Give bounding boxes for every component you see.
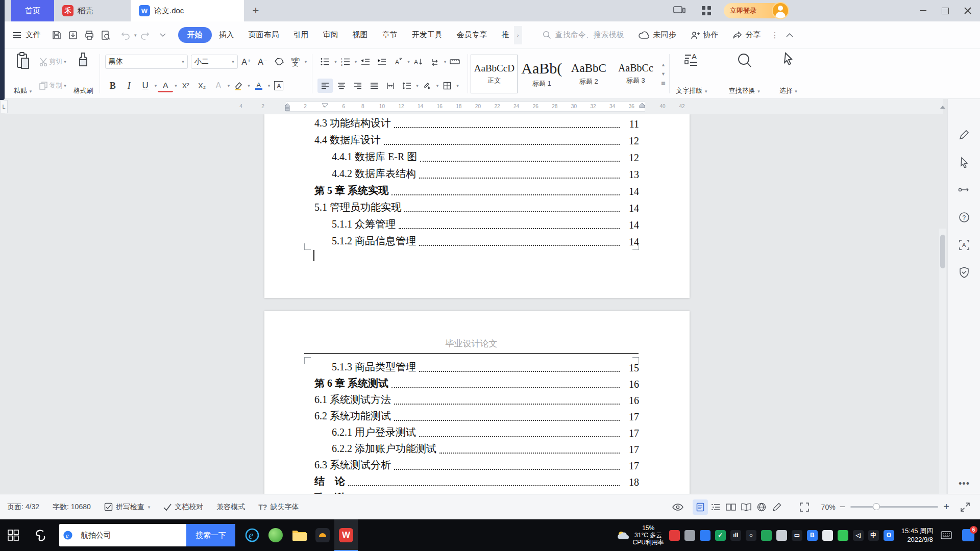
proofread-button[interactable]: 文档校对 xyxy=(163,503,203,512)
phonetic-guide-icon[interactable]: wén文 xyxy=(288,55,303,69)
maximize-button[interactable] xyxy=(934,0,957,21)
tray-icon-15[interactable]: O xyxy=(884,530,894,541)
menu-tab-home[interactable]: 开始 xyxy=(178,27,212,43)
collaborate-button[interactable]: 协作 xyxy=(691,30,719,40)
style-heading1[interactable]: AaBb( 标题 1 xyxy=(519,55,565,93)
font-color-accent-button[interactable]: A xyxy=(158,80,173,92)
toc-row[interactable]: 6.3 系统测试分析17 xyxy=(304,458,639,474)
toc-row[interactable]: 6.1 系统测试方法16 xyxy=(304,393,639,409)
zoom-level[interactable]: 70% xyxy=(821,503,836,511)
word-count[interactable]: 字数: 10680 xyxy=(53,503,91,512)
toc-row[interactable]: 5.1.2 商品信息管理14 xyxy=(304,234,639,251)
decrease-font-icon[interactable]: A⁻ xyxy=(255,55,271,69)
select-tool-icon[interactable] xyxy=(955,153,973,171)
missing-font[interactable]: T? 缺失字体 xyxy=(258,503,299,512)
right-indent-marker[interactable] xyxy=(639,102,646,113)
start-button[interactable] xyxy=(0,519,27,551)
side-panel-strip[interactable] xyxy=(0,0,5,100)
text-layout-button[interactable]: A 文字排版 ▾ xyxy=(672,49,711,98)
more-menu-icon[interactable]: ⋮ xyxy=(771,31,779,40)
outline-view-icon[interactable] xyxy=(708,499,723,515)
taskbar-clock[interactable]: 15:45 周四 2022/9/8 xyxy=(901,527,933,544)
first-line-indent-marker[interactable] xyxy=(322,101,329,110)
collapse-ribbon-icon[interactable] xyxy=(786,33,793,37)
clear-format-icon[interactable] xyxy=(272,55,287,69)
tab-docer[interactable]: 禾 稻壳 xyxy=(54,0,131,21)
toc-row[interactable]: 第 6 章 系统测试16 xyxy=(304,377,639,393)
print-icon[interactable] xyxy=(83,29,96,42)
tray-icon-7[interactable] xyxy=(761,530,772,541)
new-tab-button[interactable]: + xyxy=(248,4,263,18)
undo-caret[interactable]: ▾ xyxy=(134,33,137,38)
help-icon[interactable]: ? xyxy=(955,208,973,227)
web-view-icon[interactable] xyxy=(754,499,769,515)
eye-protect-icon[interactable] xyxy=(670,499,685,515)
style-normal[interactable]: AaBbCcD 正文 xyxy=(471,55,518,93)
menu-tab-review[interactable]: 审阅 xyxy=(316,27,346,43)
save-icon[interactable] xyxy=(50,29,63,42)
notification-center-icon[interactable]: 6 xyxy=(957,519,980,551)
more-commands-icon[interactable] xyxy=(156,29,169,42)
taskbar-search-box[interactable]: e 航拍公司 搜索一下 xyxy=(59,524,235,546)
tray-icon-6[interactable]: ○ xyxy=(746,530,756,541)
toc-row[interactable]: 6.2 系统功能测试17 xyxy=(304,409,639,425)
zoom-in-button[interactable]: + xyxy=(943,501,949,513)
left-margin-marker[interactable] xyxy=(284,102,292,114)
zoom-slider[interactable] xyxy=(850,506,938,508)
tray-icon-5[interactable]: ıll xyxy=(730,530,741,541)
game-app-icon[interactable] xyxy=(311,519,334,551)
flow-tool-icon[interactable] xyxy=(955,181,973,199)
font-name-select[interactable]: 黑体▾ xyxy=(105,55,188,69)
print-preview-icon[interactable] xyxy=(99,29,112,42)
font-size-select[interactable]: 小二▾ xyxy=(191,55,238,69)
increase-font-icon[interactable]: A⁺ xyxy=(239,55,254,69)
tray-icon-13[interactable]: ◁ xyxy=(853,530,864,541)
horizontal-ruler[interactable]: 42246810121416182022242628303234364042 xyxy=(5,99,943,114)
spell-check-toggle[interactable]: 拼写检查▾ xyxy=(104,503,151,512)
wps-app-icon[interactable]: W xyxy=(334,519,358,551)
style-heading2[interactable]: AaBbC 标题 2 xyxy=(566,55,611,93)
line-spacing-button[interactable] xyxy=(399,79,414,93)
shading-button[interactable] xyxy=(420,79,435,93)
rail-more-icon[interactable]: ••• xyxy=(955,474,973,493)
bullet-list-icon[interactable] xyxy=(317,55,333,69)
tab-ruler-icon[interactable] xyxy=(447,55,462,69)
styles-scroll-up-icon[interactable]: ▲ xyxy=(661,62,666,67)
menu-tab-view[interactable]: 视图 xyxy=(346,27,375,43)
superscript-button[interactable]: X² xyxy=(178,79,193,93)
format-painter-button[interactable]: 格式刷 xyxy=(69,49,97,98)
assistant-app-icon[interactable] xyxy=(27,519,53,551)
toc-row[interactable]: 4.4 数据库设计12 xyxy=(304,133,639,149)
avatar[interactable] xyxy=(772,2,789,19)
tray-icon-3[interactable] xyxy=(700,530,710,541)
toc-row[interactable]: 4.4.1 数据库 E-R 图12 xyxy=(304,149,639,166)
menu-tab-page-layout[interactable]: 页面布局 xyxy=(241,27,286,43)
char-scale-icon[interactable]: A xyxy=(390,55,406,69)
underline-button[interactable]: U xyxy=(138,79,153,93)
styles-expand-icon[interactable]: ▦ xyxy=(661,81,666,86)
command-search[interactable]: 查找命令、搜索模板 xyxy=(543,30,624,40)
toc-row[interactable]: 结 论18 xyxy=(304,474,639,491)
tray-icon-8[interactable] xyxy=(776,530,787,541)
toc-row[interactable]: 5.1 管理员功能实现14 xyxy=(304,200,639,217)
document-page-1[interactable]: 4.3 功能结构设计114.4 数据库设计124.4.1 数据库 E-R 图12… xyxy=(264,114,690,298)
tray-icon-4[interactable]: ✓ xyxy=(715,530,726,541)
bold-button[interactable]: B xyxy=(105,79,120,93)
fullscreen-icon[interactable] xyxy=(958,499,973,515)
undo-icon[interactable] xyxy=(119,29,132,42)
font-color-button[interactable]: A xyxy=(251,79,266,93)
toc-row[interactable]: 6.2.2 添加账户功能测试17 xyxy=(304,442,639,458)
sort-icon[interactable]: A xyxy=(411,55,426,69)
document-canvas[interactable]: 4.3 功能结构设计114.4 数据库设计124.4.1 数据库 E-R 图12… xyxy=(0,114,947,494)
character-border-button[interactable]: A xyxy=(271,79,286,93)
workspace-icon[interactable] xyxy=(673,5,686,19)
tray-icon-12[interactable] xyxy=(838,530,848,541)
compat-mode[interactable]: 兼容模式 xyxy=(216,503,245,512)
paste-button[interactable]: 粘贴 ▾ xyxy=(10,49,36,98)
tray-icon-10[interactable]: B xyxy=(807,530,818,541)
styles-scroll-down-icon[interactable]: ▼ xyxy=(661,71,666,77)
toc-row[interactable]: 4.3 功能结构设计11 xyxy=(304,116,639,133)
sync-status[interactable]: 未同步 xyxy=(639,30,676,40)
tray-icon-2[interactable] xyxy=(684,530,695,541)
minimize-button[interactable] xyxy=(912,0,934,21)
